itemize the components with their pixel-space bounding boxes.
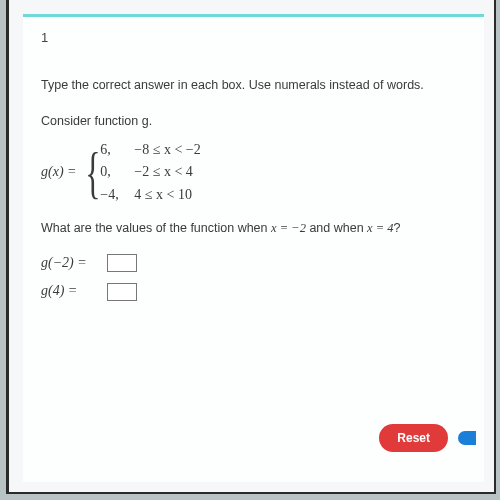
prompt-post: ? bbox=[394, 221, 401, 235]
case-value: 0, bbox=[100, 162, 134, 182]
answer-input-1[interactable] bbox=[107, 254, 137, 272]
case-condition: −8 ≤ x < −2 bbox=[134, 140, 200, 160]
button-bar: Reset bbox=[379, 424, 476, 452]
question-prompt: What are the values of the function when… bbox=[41, 219, 476, 237]
brace-icon: { bbox=[85, 147, 100, 199]
input-label: g(−2) = bbox=[41, 253, 107, 273]
instruction-text: Type the correct answer in each box. Use… bbox=[41, 76, 476, 94]
input-row: g(4) = bbox=[41, 281, 476, 301]
piecewise-function: g(x) = { 6, −8 ≤ x < −2 0, −2 ≤ x < 4 −4… bbox=[41, 140, 476, 205]
prompt-x1: x = −2 bbox=[271, 221, 306, 235]
case-row: 0, −2 ≤ x < 4 bbox=[100, 162, 200, 182]
case-row: −4, 4 ≤ x < 10 bbox=[100, 185, 200, 205]
consider-text: Consider function g. bbox=[41, 112, 476, 130]
answer-inputs: g(−2) = g(4) = bbox=[41, 253, 476, 302]
prompt-x2: x = 4 bbox=[367, 221, 393, 235]
prompt-pre: What are the values of the function when bbox=[41, 221, 271, 235]
next-button[interactable] bbox=[458, 431, 476, 445]
function-lhs: g(x) = bbox=[41, 162, 77, 182]
input-label: g(4) = bbox=[41, 281, 107, 301]
question-card: 1 Type the correct answer in each box. U… bbox=[23, 14, 484, 482]
prompt-mid: and when bbox=[306, 221, 367, 235]
case-value: −4, bbox=[100, 185, 134, 205]
case-condition: 4 ≤ x < 10 bbox=[134, 185, 192, 205]
case-value: 6, bbox=[100, 140, 134, 160]
reset-button[interactable]: Reset bbox=[379, 424, 448, 452]
input-row: g(−2) = bbox=[41, 253, 476, 273]
answer-input-2[interactable] bbox=[107, 283, 137, 301]
case-row: 6, −8 ≤ x < −2 bbox=[100, 140, 200, 160]
screen-frame: 1 Type the correct answer in each box. U… bbox=[6, 0, 496, 494]
case-condition: −2 ≤ x < 4 bbox=[134, 162, 192, 182]
question-number: 1 bbox=[41, 29, 476, 48]
piecewise-cases: 6, −8 ≤ x < −2 0, −2 ≤ x < 4 −4, 4 ≤ x <… bbox=[100, 140, 200, 205]
